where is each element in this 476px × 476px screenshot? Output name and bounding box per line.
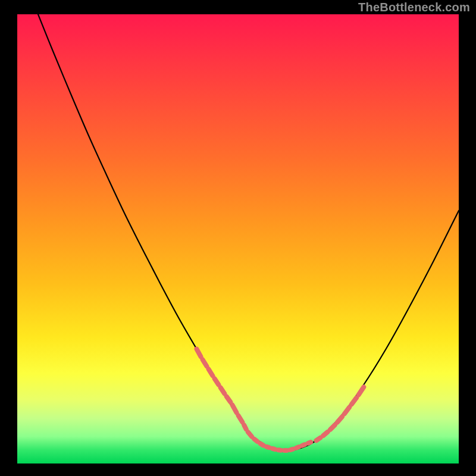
chart-gradient-background	[17, 14, 459, 464]
watermark-text: TheBottleneck.com	[358, 1, 470, 14]
chart-frame	[17, 14, 459, 464]
